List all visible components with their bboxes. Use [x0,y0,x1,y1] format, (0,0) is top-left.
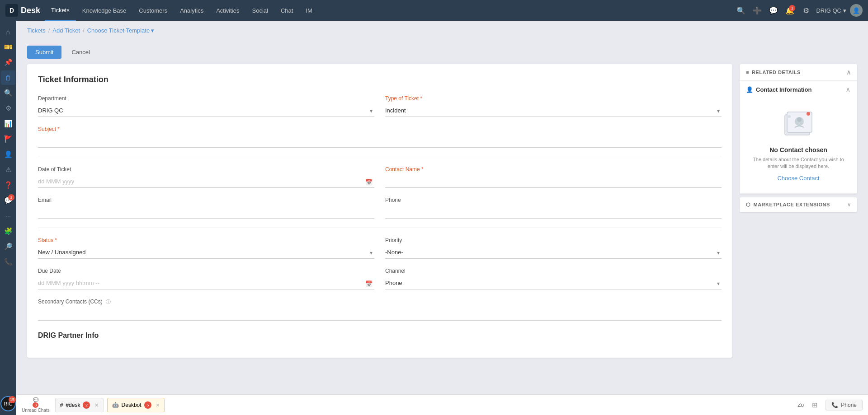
choose-contact-link[interactable]: Choose Contact [777,175,819,182]
form-row-3: Email Phone [38,197,722,219]
bottom-bar: 💬 3 Unread Chats # #desk 2 × 🤖 Deskbot 5… [16,394,868,415]
contact-person-icon: 👤 [746,86,753,93]
date-label: Date of Ticket [38,166,374,173]
notifications-nav-icon[interactable]: 🔔 1 [783,4,796,17]
sidebar-chat[interactable]: 💬 2 [1,193,15,208]
channel-select[interactable]: Phone [385,277,722,289]
partner-section-title: DRIG Partner Info [38,331,722,340]
marketplace-panel: ⬡ MARKETPLACE EXTENSIONS ∨ [740,197,857,212]
email-label: Email [38,197,374,203]
due-date-input[interactable] [38,277,374,289]
related-details-title: RELATED DETAILS [752,70,801,75]
ticket-type-group: Type of Ticket * Incident [385,95,722,117]
no-contact-area: No Contact chosen The details about the … [746,98,851,189]
sidebar-ticket-form[interactable]: 🗒 [1,70,15,85]
secondary-contacts-input[interactable] [38,308,722,321]
calendar-icon[interactable]: 📅 [365,179,373,186]
nav-im[interactable]: IM [299,0,318,21]
email-input[interactable] [38,206,374,219]
user-avatar[interactable]: 👤 [850,4,863,17]
channel-select-wrap: Phone [385,277,722,289]
priority-select-wrap: -None- [385,246,722,259]
nav-knowledge-base[interactable]: Knowledge Base [76,0,133,21]
sidebar-help[interactable]: ❓ [1,178,15,192]
date-group: Date of Ticket 📅 [38,166,374,188]
due-calendar-icon[interactable]: 📅 [365,280,373,287]
search-nav-icon[interactable]: 🔍 [735,4,747,17]
main-content: Tickets / Add Ticket / Choose Ticket Tem… [16,21,868,394]
nav-tickets[interactable]: Tickets [45,0,76,21]
settings-nav-icon[interactable]: ⚙ [800,4,812,17]
cancel-button[interactable]: Cancel [65,46,96,59]
desk-chat-tab[interactable]: # #desk 2 × [55,398,104,412]
form-row-4: Status * New / Unassigned Priority -None… [38,237,722,259]
sidebar-phone[interactable]: 📞 [1,255,15,269]
sidebar-pin[interactable]: 📌 [1,55,15,70]
sidebar-more[interactable]: ··· [1,209,15,223]
sidebar-tickets[interactable]: 🎫 [1,40,15,54]
nav-activities[interactable]: Activities [210,0,245,21]
deskbot-tab-close[interactable]: × [156,401,160,409]
nav-social[interactable]: Social [246,0,274,21]
related-details-header: ≡ RELATED DETAILS ∧ [740,64,857,81]
ticket-type-select[interactable]: Incident [385,104,722,117]
sidebar-search[interactable]: 🔍 [1,86,15,100]
unread-chats-btn[interactable]: 💬 3 Unread Chats [22,397,50,413]
sidebar-chart[interactable]: 📊 [1,117,15,131]
sidebar-home[interactable]: ⌂ [1,24,15,39]
sidebar-avatar[interactable]: RIG 15 [0,396,16,411]
subject-input[interactable] [38,135,722,148]
no-contact-illustration [780,106,816,142]
sidebar-gear[interactable]: ⚙ [1,101,15,116]
status-group: Status * New / Unassigned [38,237,374,259]
related-details-collapse[interactable]: ∧ [846,69,851,76]
deskbot-icon: 🤖 [112,402,119,408]
desk-tab-close[interactable]: × [94,401,98,409]
marketplace-header: ⬡ MARKETPLACE EXTENSIONS ∨ [740,197,857,212]
contact-section-collapse[interactable]: ∧ [845,85,851,94]
date-input[interactable] [38,175,374,188]
department-select[interactable]: DRIG QC [38,104,374,117]
user-menu[interactable]: DRIG QC ▾ [816,7,846,14]
ticket-type-label: Type of Ticket * [385,95,722,102]
form-row-2: Date of Ticket 📅 Contact Name * [38,166,722,188]
contact-section-header: 👤 Contact Information ∧ [746,85,851,94]
form-row-subject: Subject * [38,126,722,148]
cc-info-icon[interactable]: ⓘ [106,299,111,304]
divider-2 [38,228,722,228]
action-row: Submit Cancel [16,40,868,64]
grid-view-icon[interactable]: ⊞ [807,398,822,412]
add-nav-icon[interactable]: ➕ [751,4,764,17]
form-title: Ticket Information [38,75,722,84]
due-date-group: Due Date 📅 [38,268,374,289]
sidebar-alert[interactable]: ⚠ [1,163,15,177]
breadcrumb-template[interactable]: Choose Ticket Template ▾ [87,27,155,34]
form-row-1: Department DRIG QC Type of Ticket * Inci… [38,95,722,117]
status-label: Status * [38,237,374,243]
nav-customers[interactable]: Customers [132,0,174,21]
marketplace-expand[interactable]: ∨ [847,202,851,208]
app-logo[interactable]: D Desk [5,4,40,17]
status-select[interactable]: New / Unassigned [38,246,374,259]
priority-select[interactable]: -None- [385,246,722,259]
priority-group: Priority -None- [385,237,722,259]
contact-name-input[interactable] [385,175,722,188]
partner-section: DRIG Partner Info [38,331,722,340]
due-date-input-wrap: 📅 [38,277,374,289]
sidebar-puzzle[interactable]: 🧩 [1,224,15,238]
status-select-wrap: New / Unassigned [38,246,374,259]
submit-button[interactable]: Submit [27,46,61,59]
contact-info-section: 👤 Contact Information ∧ [740,81,857,194]
phone-btn-icon: 📞 [831,402,838,408]
nav-analytics[interactable]: Analytics [174,0,210,21]
sidebar-contact[interactable]: 👤 [1,147,15,162]
phone-input[interactable] [385,206,722,219]
deskbot-chat-tab[interactable]: 🤖 Deskbot 5 × [107,398,165,412]
messages-nav-icon[interactable]: 💬 [767,4,780,17]
phone-button[interactable]: 📞 Phone [826,400,863,410]
breadcrumb-tickets[interactable]: Tickets [27,27,46,34]
sidebar-flag[interactable]: 🚩 [1,132,15,146]
nav-chat[interactable]: Chat [274,0,299,21]
sidebar-magnify[interactable]: 🔎 [1,239,15,254]
breadcrumb-add-ticket[interactable]: Add Ticket [52,27,80,34]
